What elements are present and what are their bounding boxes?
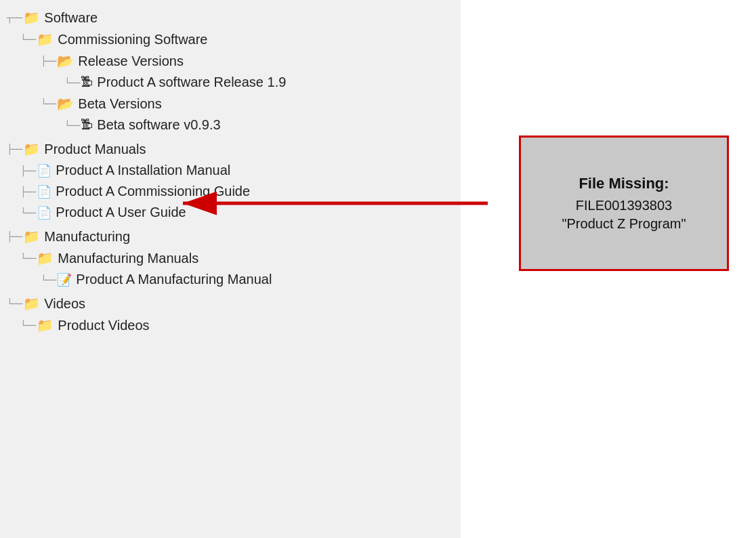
tree-node-release-versions[interactable]: ├── 📂 Release Versions [0,50,454,72]
tree-node-commissioning-software[interactable]: └── 📁 Commissioning Software [0,28,454,50]
missing-file-name: "Product Z Program" [562,216,686,232]
node-label: Product A software Release 1.9 [97,75,286,90]
node-label: Manufacturing Manuals [58,251,198,266]
node-label: Product Manuals [44,142,146,157]
folder-icon: 📁 [37,31,54,47]
folder-icon: 📁 [23,141,40,157]
folder-orange-icon: 📁 [37,317,54,333]
file-zip-icon: 🗜 [81,118,93,132]
node-label: Release Versions [78,54,184,69]
folder-icon: 📁 [37,250,54,266]
missing-file-id: FILE001393803 [576,198,672,213]
file-word-icon: 📝 [57,272,72,287]
tree-node-manufacturing[interactable]: ├── 📁 Manufacturing [0,226,454,247]
tree-node-commissioning-guide[interactable]: ├── 📄 Product A Commissioning Guide [0,181,454,202]
missing-file-box: File Missing: FILE001393803 "Product Z P… [519,136,729,271]
folder-icon: 📁 [23,9,40,26]
tree-node-beta-software[interactable]: └── 🗜 Beta software v0.9.3 [0,115,454,136]
node-label: Product A Installation Manual [56,163,230,178]
folder-icon: 📁 [23,228,40,245]
node-label: Product A Commissioning Guide [56,184,250,199]
tree-node-product-a-software[interactable]: └── 🗜 Product A software Release 1.9 [0,72,454,93]
tree-node-beta-versions[interactable]: └── 📂 Beta Versions [0,93,454,115]
node-label: Beta Versions [78,96,161,112]
missing-file-title: File Missing: [579,175,669,192]
tree-node-videos[interactable]: └── 📁 Videos [0,293,454,314]
node-label: Videos [44,296,85,312]
tree-panel: ┬── 📁 Software └── 📁 Commissioning Softw… [0,0,461,538]
tree-node-product-videos[interactable]: └── 📁 Product Videos [0,314,454,336]
node-label: Product A User Guide [56,205,186,220]
folder-open-icon: 📂 [57,96,74,112]
file-pdf-icon: 📄 [37,163,51,178]
tree-node-user-guide[interactable]: └── 📄 Product A User Guide [0,202,454,223]
node-label: Product A Manufacturing Manual [76,272,272,287]
node-label: Product Videos [58,318,149,333]
node-label: Commissioning Software [58,32,207,47]
node-label: Software [44,10,98,26]
file-pdf-icon: 📄 [37,205,51,220]
tree-node-mfg-manual[interactable]: └── 📝 Product A Manufacturing Manual [0,269,454,290]
folder-icon: 📁 [23,295,40,312]
folder-open-icon: 📂 [57,53,74,69]
tree-node-software[interactable]: ┬── 📁 Software [0,7,454,28]
tree-node-product-manuals[interactable]: ├── 📁 Product Manuals [0,138,454,160]
tree-node-manufacturing-manuals[interactable]: └── 📁 Manufacturing Manuals [0,247,454,269]
tree-node-installation-manual[interactable]: ├── 📄 Product A Installation Manual [0,160,454,181]
file-pdf-icon: 📄 [37,184,51,199]
node-label: Manufacturing [44,229,130,245]
file-zip-icon: 🗜 [81,75,93,89]
node-label: Beta software v0.9.3 [97,117,220,133]
